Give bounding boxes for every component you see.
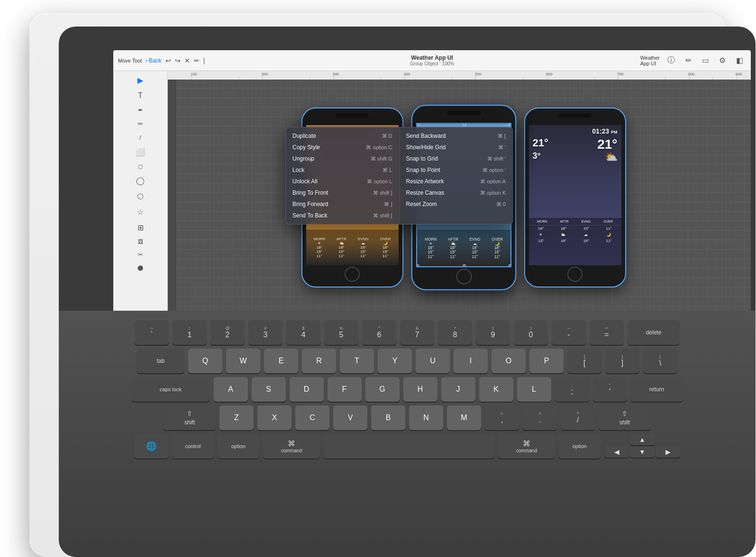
key-f[interactable]: F (328, 377, 362, 402)
left-phone-home[interactable] (345, 267, 360, 282)
canvas-area[interactable]: 01:2 21 13° ☁ MORN☀18°15°11° (176, 80, 751, 315)
rounded-rect-tool[interactable]: ▢ (113, 161, 167, 172)
sel-handle-tl[interactable] (416, 123, 419, 126)
ellipse-tool[interactable]: ◯ (113, 173, 167, 188)
close-icon[interactable]: ✕ (184, 57, 190, 64)
key-rbracket[interactable]: } ] (605, 349, 639, 373)
key-arrow-right[interactable]: ▶ (656, 446, 680, 458)
key-globe[interactable]: 🌐 (134, 434, 168, 458)
select-tool[interactable]: ▶ (113, 73, 167, 88)
key-7[interactable]: & 7 (400, 320, 434, 345)
key-arrow-left[interactable]: ◀ (604, 446, 629, 458)
key-shift-left[interactable]: ⇧ shift (164, 405, 216, 430)
key-1[interactable]: ! 1 (173, 320, 207, 345)
key-s[interactable]: S (252, 377, 286, 402)
key-q[interactable]: Q (188, 349, 222, 373)
context-menu[interactable]: Duplicate ⌘ D Copy Style ⌘ option C Ungr… (285, 127, 513, 225)
polygon-tool[interactable]: ⬡ (113, 189, 167, 204)
key-g[interactable]: G (365, 377, 400, 402)
key-5[interactable]: % 5 (324, 320, 358, 345)
key-x[interactable]: X (257, 405, 291, 430)
key-o[interactable]: O (492, 349, 526, 373)
key-command-left[interactable]: ⌘ command (263, 434, 320, 458)
menu-resize-canvas[interactable]: Resize Canvas ⌘ option K (400, 187, 513, 198)
text-tool[interactable]: T (113, 89, 167, 103)
undo-icon[interactable]: ↩ (165, 57, 171, 64)
menu-ungroup[interactable]: Ungroup ⌘ shift G (286, 153, 399, 164)
key-d[interactable]: D (290, 377, 324, 402)
info-icon[interactable]: ⓘ (665, 54, 678, 67)
key-option-left[interactable]: option (218, 434, 259, 458)
menu-copy-style[interactable]: Copy Style ⌘ option C (286, 142, 399, 153)
back-button[interactable]: ‹ Back (146, 57, 162, 64)
key-arrow-up[interactable]: ▲ (630, 434, 655, 445)
menu-duplicate[interactable]: Duplicate ⌘ D (286, 130, 399, 142)
pen-tool[interactable]: ✒ (113, 104, 167, 117)
key-y[interactable]: Y (378, 349, 412, 373)
key-3[interactable]: # 3 (248, 320, 282, 345)
color-tool[interactable]: ⬤ (113, 262, 167, 274)
rect-tool-icon[interactable]: ▭ (699, 54, 712, 67)
key-delete[interactable]: delete (628, 320, 680, 345)
key-period[interactable]: > . (523, 405, 557, 430)
key-tab[interactable]: tab (137, 349, 184, 373)
menu-send-to-back[interactable]: Send To Back ⌘ shift [ (286, 210, 399, 221)
menu-send-backward[interactable]: Send Backward ⌘ [ (400, 130, 513, 142)
key-i[interactable]: I (454, 349, 488, 373)
key-capslock[interactable]: caps lock (132, 377, 210, 402)
key-minus[interactable]: – - (552, 320, 586, 345)
line-tool[interactable]: / (113, 131, 167, 144)
rect-shape-tool[interactable]: ⬜ (113, 145, 167, 160)
key-control[interactable]: control (172, 434, 214, 458)
key-semicolon[interactable]: : ; (555, 377, 589, 402)
menu-snap-to-point[interactable]: Snap to Point ⌘ option ' (400, 164, 513, 176)
key-slash[interactable]: ? / (561, 405, 595, 430)
layers-icon[interactable]: ◧ (733, 54, 746, 67)
key-w[interactable]: W (226, 349, 260, 373)
key-2[interactable]: @ 2 (210, 320, 245, 345)
key-l[interactable]: L (517, 377, 551, 402)
scissors-tool[interactable]: ✂ (113, 248, 167, 261)
key-k[interactable]: K (479, 377, 513, 402)
key-p[interactable]: P (529, 349, 564, 373)
key-backtick[interactable]: ~ ` (135, 320, 169, 345)
key-6[interactable]: ^ 6 (362, 320, 396, 345)
key-h[interactable]: H (403, 377, 437, 402)
key-t[interactable]: T (340, 349, 374, 373)
key-a[interactable]: A (214, 377, 248, 402)
key-return[interactable]: return (631, 377, 683, 402)
key-quote[interactable]: " ' (593, 377, 627, 402)
key-arrow-down[interactable]: ▼ (630, 446, 655, 458)
key-space[interactable] (324, 434, 494, 458)
key-8[interactable]: * 8 (438, 320, 472, 345)
menu-snap-to-grid[interactable]: Snap to Grid ⌘ shift ' (400, 153, 513, 164)
key-command-right[interactable]: ⌘ command (498, 434, 555, 458)
key-j[interactable]: J (441, 377, 475, 402)
key-option-right[interactable]: option (559, 434, 601, 458)
key-c[interactable]: C (295, 405, 329, 430)
gear-icon[interactable]: ⚙ (716, 54, 729, 67)
insert-icon[interactable]: | (203, 57, 205, 64)
menu-show-hide-grid[interactable]: Show/Hide Grid ⌘ ' (400, 142, 513, 153)
key-z[interactable]: Z (219, 405, 254, 430)
redo-icon[interactable]: ↪ (175, 57, 181, 64)
pencil-tool[interactable]: ✏ (113, 117, 167, 130)
right-phone-home[interactable] (567, 267, 583, 282)
key-v[interactable]: V (333, 405, 367, 430)
menu-lock[interactable]: Lock ⌘ L (286, 164, 399, 176)
key-r[interactable]: R (302, 349, 336, 373)
key-0[interactable]: ) 0 (514, 320, 548, 345)
menu-unlock-all[interactable]: Unlock All ⌘ option L (286, 176, 399, 187)
key-9[interactable]: ( 9 (476, 320, 510, 345)
menu-bring-forward[interactable]: Bring Forward ⌘ ] (286, 198, 399, 210)
star-tool[interactable]: ☆ (113, 205, 167, 219)
phone-right[interactable]: 01:23 PM 21° 21° 3° ⛅ MORN (524, 108, 626, 287)
image-tool[interactable]: 🖼 (113, 236, 167, 247)
key-m[interactable]: M (447, 405, 481, 430)
center-phone-home[interactable] (456, 269, 472, 284)
key-lbracket[interactable]: { [ (567, 349, 601, 373)
key-shift-right[interactable]: ⇧ shift (599, 405, 651, 430)
key-n[interactable]: N (409, 405, 443, 430)
pen-tool-icon[interactable]: ✏ (682, 54, 695, 67)
key-4[interactable]: $ 4 (286, 320, 320, 345)
